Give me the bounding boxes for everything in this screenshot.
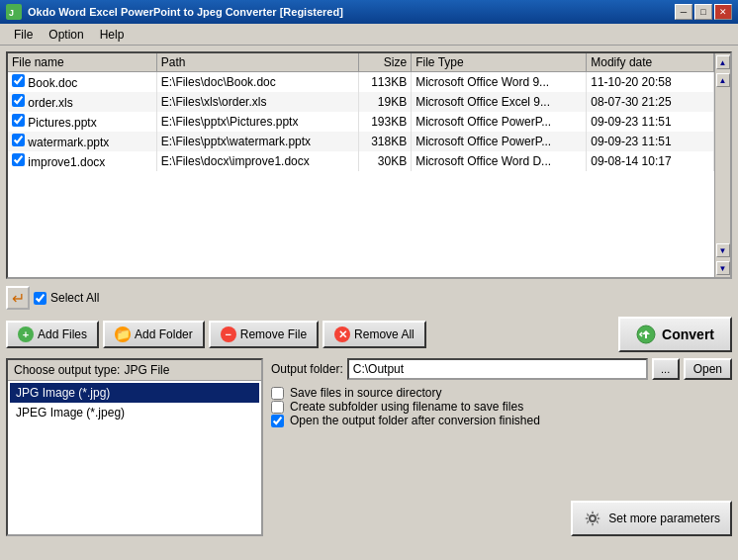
checkbox-label-1: Create subfolder using filename to save … <box>290 400 523 414</box>
cell-date: 09-08-14 10:17 <box>587 151 714 171</box>
checkbox-label-2: Open the output folder after conversion … <box>290 414 540 427</box>
table-row: Pictures.pptx E:\Files\pptx\Pictures.ppt… <box>8 112 714 132</box>
title-buttons: ─ □ ✕ <box>675 4 732 20</box>
output-type-selected: JPG File <box>124 363 169 377</box>
output-folder-input[interactable] <box>347 358 648 380</box>
title-bar-left: J Okdo Word Excel PowerPoint to Jpeg Con… <box>6 4 343 20</box>
scroll-up-top[interactable]: ▲ <box>716 55 730 69</box>
close-button[interactable]: ✕ <box>714 4 732 20</box>
scroll-down[interactable]: ▼ <box>716 243 730 257</box>
remove-file-label: Remove File <box>240 327 307 341</box>
add-files-label: Add Files <box>38 327 87 341</box>
output-list-item[interactable]: JPEG Image (*.jpeg) <box>10 403 259 422</box>
add-folder-button[interactable]: 📁 Add Folder <box>103 321 205 348</box>
maximize-button[interactable]: □ <box>694 4 712 20</box>
cell-path: E:\Files\doc\Book.doc <box>156 72 358 93</box>
cell-filename: order.xls <box>8 92 156 112</box>
toolbar-area: ↵ Select All <box>6 283 732 313</box>
col-size: Size <box>358 53 412 72</box>
window-title: Okdo Word Excel PowerPoint to Jpeg Conve… <box>28 6 343 18</box>
add-files-button[interactable]: + Add Files <box>6 321 99 348</box>
cell-filename: Pictures.pptx <box>8 112 156 132</box>
cell-date: 11-10-20 20:58 <box>587 72 714 93</box>
minimize-button[interactable]: ─ <box>675 4 692 20</box>
scroll-down-bottom[interactable]: ▼ <box>716 261 730 275</box>
remove-file-button[interactable]: − Remove File <box>209 321 319 348</box>
back-arrow-button[interactable]: ↵ <box>6 286 30 310</box>
checkbox-2[interactable] <box>271 415 284 427</box>
cell-size: 193KB <box>358 112 412 132</box>
cell-date: 09-09-23 11:51 <box>587 112 714 132</box>
set-params-button[interactable]: Set more parameters <box>571 501 732 536</box>
add-folder-label: Add Folder <box>135 327 193 341</box>
row-checkbox-4[interactable] <box>12 153 25 166</box>
cell-size: 113KB <box>358 72 412 93</box>
output-type-header: Choose output type: JPG File <box>8 360 261 381</box>
output-list-item[interactable]: JPG Image (*.jpg) <box>10 383 259 403</box>
row-checkbox-2[interactable] <box>12 114 25 127</box>
title-bar: J Okdo Word Excel PowerPoint to Jpeg Con… <box>0 0 738 24</box>
open-button[interactable]: Open <box>684 358 732 380</box>
menu-option[interactable]: Option <box>41 26 91 44</box>
cell-type: Microsoft Office Excel 9... <box>412 92 587 112</box>
checkbox-row-2: Open the output folder after conversion … <box>271 414 732 427</box>
menu-file[interactable]: File <box>6 26 41 44</box>
gear-icon <box>583 509 602 528</box>
checkbox-row-1: Create subfolder using filename to save … <box>271 400 732 414</box>
checkboxes-container: Save files in source directory Create su… <box>271 386 732 427</box>
buttons-row: + Add Files 📁 Add Folder − Remove File ✕… <box>6 317 732 352</box>
checkbox-0[interactable] <box>271 387 284 400</box>
col-filetype: File Type <box>412 53 587 72</box>
cell-path: E:\Files\pptx\watermark.pptx <box>156 132 358 151</box>
checkbox-label-0: Save files in source directory <box>290 386 441 400</box>
scroll-up[interactable]: ▲ <box>716 73 730 87</box>
checkbox-row-0: Save files in source directory <box>271 386 732 400</box>
output-folder-label: Output folder: <box>271 362 343 376</box>
remove-all-button[interactable]: ✕ Remove All <box>323 321 426 348</box>
cell-filename: improve1.docx <box>8 151 156 171</box>
table-row: improve1.docx E:\Files\docx\improve1.doc… <box>8 151 714 171</box>
cell-type: Microsoft Office Word D... <box>412 151 587 171</box>
cell-date: 09-09-23 11:51 <box>587 132 714 151</box>
cell-filename: Book.doc <box>8 72 156 93</box>
cell-type: Microsoft Office PowerP... <box>412 112 587 132</box>
file-table-container: File name Path Size File Type Modify dat… <box>6 51 732 279</box>
cell-type: Microsoft Office PowerP... <box>412 132 587 151</box>
row-checkbox-3[interactable] <box>12 134 25 146</box>
cell-size: 30KB <box>358 151 412 171</box>
col-filename: File name <box>8 53 156 72</box>
convert-icon <box>636 325 656 344</box>
col-date: Modify date <box>587 53 714 72</box>
app-icon: J <box>6 4 22 20</box>
output-folder-row: Output folder: ... Open <box>271 358 732 380</box>
remove-all-label: Remove All <box>354 327 415 341</box>
checkbox-1[interactable] <box>271 401 284 414</box>
table-row: order.xls E:\Files\xls\order.xls 19KB Mi… <box>8 92 714 112</box>
cell-date: 08-07-30 21:25 <box>587 92 714 112</box>
row-checkbox-0[interactable] <box>12 74 25 87</box>
cell-type: Microsoft Office Word 9... <box>412 72 587 93</box>
remove-file-icon: − <box>221 327 236 342</box>
cell-path: E:\Files\pptx\Pictures.pptx <box>156 112 358 132</box>
select-all-checkbox[interactable] <box>34 292 46 305</box>
remove-all-icon: ✕ <box>334 327 350 342</box>
cell-filename: watermark.pptx <box>8 132 156 151</box>
table-row: watermark.pptx E:\Files\pptx\watermark.p… <box>8 132 714 151</box>
file-table: File name Path Size File Type Modify dat… <box>8 53 714 171</box>
svg-text:J: J <box>9 8 14 18</box>
browse-button[interactable]: ... <box>652 358 680 380</box>
convert-button[interactable]: Convert <box>618 317 732 352</box>
table-row: Book.doc E:\Files\doc\Book.doc 113KB Mic… <box>8 72 714 93</box>
menu-help[interactable]: Help <box>92 26 133 44</box>
bottom-panel: Choose output type: JPG File JPG Image (… <box>6 358 732 536</box>
output-type-panel: Choose output type: JPG File JPG Image (… <box>6 358 263 536</box>
scroll-sidebar: ▲ ▲ ▼ ▼ <box>714 53 730 277</box>
output-type-label: Choose output type: <box>14 363 120 377</box>
row-checkbox-1[interactable] <box>12 94 25 107</box>
cell-path: E:\Files\xls\order.xls <box>156 92 358 112</box>
cell-size: 318KB <box>358 132 412 151</box>
cell-path: E:\Files\docx\improve1.docx <box>156 151 358 171</box>
convert-label: Convert <box>662 327 714 342</box>
set-params-label: Set more parameters <box>608 512 720 525</box>
select-all-area: ↵ Select All <box>6 286 732 310</box>
